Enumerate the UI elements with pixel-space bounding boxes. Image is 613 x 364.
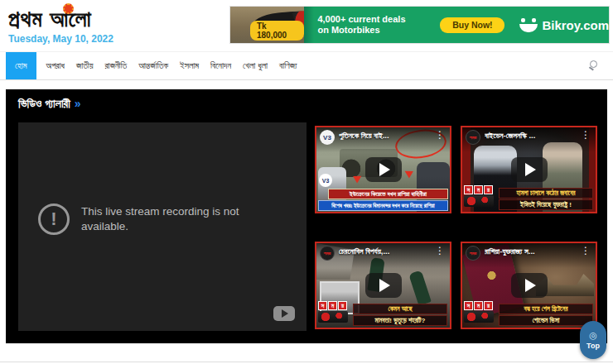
video-gallery-title-text: ভিডিও গ্যালারী — [18, 97, 70, 110]
player-message-text: This live stream recording is not availa… — [81, 204, 263, 234]
somoy-tv-logo: স ম য় — [318, 301, 351, 326]
play-triangle-icon — [525, 163, 536, 176]
smiley-eye-icon — [532, 18, 536, 22]
buy-now-button[interactable]: Buy Now! — [440, 17, 504, 33]
video-caption-1: ইউক্রেনের কিয়েভে দখল রাশিয়া বাহিনীরা — [328, 189, 448, 199]
somoy-tv-logo: স ম য় — [464, 185, 497, 210]
kebab-menu-icon[interactable]: ⋮ — [579, 130, 592, 140]
annotation-arrow-icon — [403, 167, 413, 178]
thumbnail-header: V3 পুতিনকে নিয়ে বাই... ⋮ — [316, 127, 450, 152]
somoy-letter: ম — [474, 301, 483, 310]
play-triangle-icon — [379, 279, 390, 292]
bottom-divider — [0, 362, 613, 362]
somoy-map-graphic — [464, 311, 494, 323]
somoy-letter: স — [464, 301, 473, 310]
somoy-letter: য় — [484, 301, 493, 310]
video-gallery-section: ভিডিও গ্যালারী» ! This live stream recor… — [6, 89, 607, 343]
ad-headline-line1: 4,000+ current deals — [317, 14, 440, 25]
site-header: প্রথম আলো Tuesday, May 10, 2022 Tk 180,0… — [0, 0, 613, 51]
video-title[interactable]: পুতিনকে নিয়ে বাই... — [339, 131, 431, 140]
somoy-tv-logo: স ম য় — [464, 301, 497, 326]
bikroy-brand[interactable]: Bikroy.com — [519, 18, 609, 32]
somoy-map-graphic — [318, 311, 348, 323]
somoy-map-graphic — [464, 195, 494, 207]
ad-motorbike-photo: Tk 180,000 — [230, 7, 304, 43]
video-thumbnail-1[interactable]: V3 V3 পুতিনকে নিয়ে বাই... ⋮ ইউক্রেনের ক… — [315, 126, 451, 213]
youtube-logo-icon[interactable] — [273, 306, 295, 321]
somoy-letter-row: স ম য় — [464, 185, 497, 194]
main-nav: হোম অপরাধ জাতীয় রাজনীতি আন্তর্জাতিক ইসল… — [0, 51, 613, 80]
nav-item-international[interactable]: আন্তর্জাতিক — [138, 60, 168, 71]
kebab-menu-icon[interactable]: ⋮ — [433, 246, 446, 256]
page: প্রথম আলো Tuesday, May 10, 2022 Tk 180,0… — [0, 0, 613, 364]
nav-item-business[interactable]: বাণিজ্য — [279, 60, 297, 71]
somoy-letter: স — [464, 185, 473, 194]
video-title[interactable]: রাশিয়া-যুক্তরাজ্য স... — [485, 247, 577, 256]
video-thumbnail-2[interactable]: সময় বাইডেন-জেলনস্কি ... ⋮ স ম য় হামলা … — [461, 126, 597, 213]
player-unavailable-message: ! This live stream recording is not avai… — [38, 204, 263, 235]
main-video-player: ! This live stream recording is not avai… — [18, 122, 306, 331]
thumbnail-header: সময় বাইডেন-জেলনস্কি ... ⋮ — [462, 127, 596, 152]
chevron-right-icon: » — [75, 97, 81, 110]
video-caption-2: মানবতা! ভুতুড়ে শহরটি? — [353, 315, 447, 326]
search-icon[interactable] — [588, 60, 601, 73]
nav-item-islam[interactable]: ইসলাম — [180, 60, 199, 71]
video-title[interactable]: চেরনোবিল বিপর্যয়,... — [339, 247, 431, 256]
ad-content: 4,000+ current deals on Motorbikes Buy N… — [304, 7, 609, 43]
exclamation-icon: ! — [38, 204, 70, 235]
site-logo[interactable]: প্রথম আলো Tuesday, May 10, 2022 — [8, 7, 113, 45]
back-to-top-button[interactable]: ◎ Top — [580, 321, 606, 359]
ad-banner[interactable]: Tk 180,000 4,000+ current deals on Motor… — [230, 7, 609, 43]
somoy-letter-row: স ম য় — [318, 301, 351, 310]
channel-avatar[interactable]: সময় — [466, 130, 480, 145]
somoy-letter: ম — [474, 185, 483, 194]
channel-avatar[interactable]: সময় — [466, 246, 480, 261]
video-gallery-title[interactable]: ভিডিও গ্যালারী» — [18, 97, 81, 111]
somoy-letter-row: স ম য় — [464, 301, 497, 310]
play-triangle-icon — [379, 163, 390, 176]
channel-avatar[interactable]: সময় — [320, 246, 335, 261]
smiley-mouth-icon — [519, 24, 538, 32]
video-caption-2: বিশেষ খবরঃ ইউক্রেনের বিমানবন্দর দখল করে … — [318, 200, 448, 211]
bikroy-brand-text: Bikroy.com — [542, 18, 609, 32]
youtube-play-triangle — [282, 309, 288, 318]
ad-headline-line2: on Motorbikes — [317, 25, 440, 36]
top-button-label: Top — [586, 342, 600, 350]
thumbnail-header: সময় রাশিয়া-যুক্তরাজ্য স... ⋮ — [462, 243, 596, 268]
video-caption-2: ইঙ্গিতই দিয়েছে যুক্তরাষ্ট্র ! — [499, 199, 593, 210]
video-caption-1: কেমন আছে — [353, 304, 447, 314]
somoy-letter: স — [318, 301, 327, 310]
thumbnail-header: সময় চেরনোবিল বিপর্যয়,... ⋮ — [316, 243, 450, 268]
video-title[interactable]: বাইডেন-জেলনস্কি ... — [485, 131, 577, 140]
play-button[interactable] — [511, 157, 548, 182]
kebab-menu-icon[interactable]: ⋮ — [579, 246, 592, 256]
video-thumbnail-3[interactable]: সময় চেরনোবিল বিপর্যয়,... ⋮ স ম য় কেমন… — [315, 242, 451, 329]
video-caption-1: হামলা চালালে কঠোর জবাবের — [499, 188, 593, 199]
nav-item-sports[interactable]: খেলা ধুলা — [243, 60, 268, 71]
site-logo-text: প্রথম আলো — [8, 7, 113, 31]
top-circle-icon: ◎ — [589, 330, 597, 340]
somoy-letter: য় — [484, 185, 493, 194]
nav-item-entertainment[interactable]: বিনোদন — [210, 60, 231, 71]
kebab-menu-icon[interactable]: ⋮ — [433, 130, 446, 140]
scene-painted-figure — [408, 271, 432, 306]
play-button[interactable] — [365, 157, 402, 182]
nav-item-national[interactable]: জাতীয় — [76, 60, 93, 71]
sun-icon — [63, 3, 74, 14]
nav-item-politics[interactable]: রাজনীতি — [104, 60, 127, 71]
channel-corner-badge: V3 — [319, 174, 332, 187]
nav-item-crime[interactable]: অপরাধ — [46, 60, 65, 71]
nav-item-home[interactable]: হোম — [6, 52, 36, 79]
video-caption-1: বন্ধ হয়ে গেল ব্রিটেনের — [499, 304, 593, 314]
current-date: Tuesday, May 10, 2022 — [8, 33, 113, 45]
play-triangle-icon — [525, 279, 536, 292]
somoy-letter: ম — [328, 301, 337, 310]
smiley-eye-icon — [521, 18, 525, 22]
bikroy-smiley-icon — [519, 18, 538, 32]
play-button[interactable] — [365, 273, 402, 298]
play-button[interactable] — [511, 273, 548, 298]
ad-price-tag: Tk 180,000 — [250, 21, 304, 41]
ad-headline: 4,000+ current deals on Motorbikes — [317, 14, 440, 36]
channel-avatar[interactable]: V3 — [320, 130, 335, 145]
video-thumbnail-4[interactable]: সময় রাশিয়া-যুক্তরাজ্য স... ⋮ স ম য় বন… — [461, 242, 597, 329]
